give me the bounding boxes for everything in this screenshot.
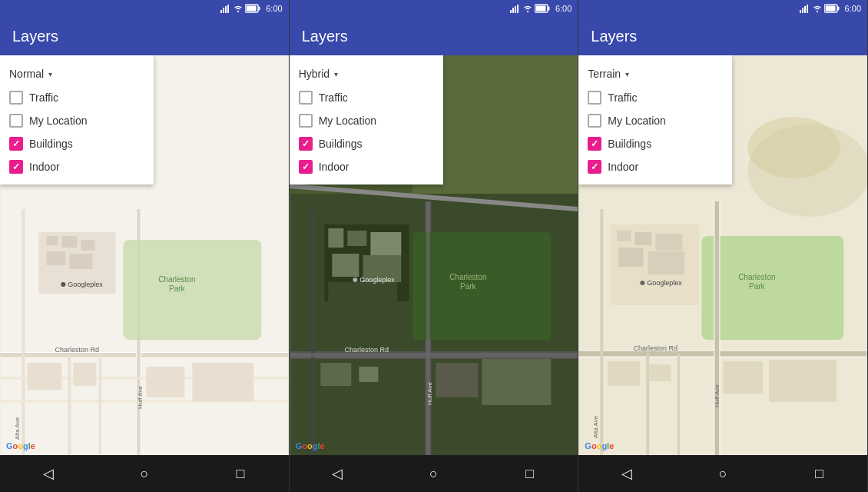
indoor-checkbox-1[interactable] xyxy=(9,160,23,174)
overlay-panel-1: Normal ▾ Traffic My Location Buildings I… xyxy=(0,55,154,184)
map-area-terrain[interactable]: Charleston Rd Huff Ave Alta Ave Googlepl… xyxy=(578,55,867,455)
app-title-2: Layers xyxy=(302,28,348,45)
wifi-icon xyxy=(234,4,243,13)
indoor-label-1: Indoor xyxy=(29,161,60,173)
indoor-checkbox-2[interactable] xyxy=(299,160,313,174)
svg-rect-98 xyxy=(650,364,671,381)
mylocation-checkbox-2[interactable] xyxy=(299,114,313,128)
buildings-checkbox-3[interactable] xyxy=(588,137,601,151)
back-button-1[interactable]: ◁ xyxy=(37,462,60,485)
status-time-1: 6:00 xyxy=(266,4,282,13)
svg-rect-53 xyxy=(328,228,343,248)
home-button-3[interactable]: ○ xyxy=(711,462,734,485)
svg-text:Charleston: Charleston xyxy=(739,273,776,281)
svg-rect-18 xyxy=(46,251,65,265)
traffic-checkbox-3[interactable] xyxy=(588,91,601,105)
map-area-hybrid[interactable]: Charleston Rd Huff Ave Googleplex Charle… xyxy=(290,55,578,455)
svg-rect-26 xyxy=(146,367,184,397)
svg-point-31 xyxy=(61,282,65,287)
svg-rect-73 xyxy=(800,10,801,13)
mylocation-layer-1[interactable]: My Location xyxy=(0,109,154,132)
map-type-selector-3[interactable]: Terrain ▾ xyxy=(578,62,732,86)
svg-rect-39 xyxy=(515,6,516,13)
svg-text:Googleplex: Googleplex xyxy=(68,281,103,288)
svg-rect-97 xyxy=(608,361,641,386)
panel-normal: 6:00 Layers xyxy=(0,0,290,492)
dropdown-arrow-1[interactable]: ▾ xyxy=(48,70,52,78)
overlay-panel-2: Hybrid ▾ Traffic My Location Buildings I… xyxy=(290,55,443,184)
recent-button-2[interactable]: □ xyxy=(518,462,542,485)
svg-rect-25 xyxy=(73,363,96,386)
svg-rect-2 xyxy=(225,6,227,13)
traffic-layer-1[interactable]: Traffic xyxy=(0,86,154,109)
battery-icon xyxy=(245,4,260,13)
battery-icon-2 xyxy=(535,4,550,13)
traffic-checkbox-1[interactable] xyxy=(9,91,23,105)
status-icons-1: 6:00 xyxy=(220,4,282,13)
svg-rect-1 xyxy=(223,8,224,13)
status-time-3: 6:00 xyxy=(845,4,861,13)
recent-button-1[interactable]: □ xyxy=(229,462,252,485)
traffic-checkbox-2[interactable] xyxy=(299,91,313,105)
svg-rect-54 xyxy=(347,231,366,246)
recent-button-3[interactable]: □ xyxy=(807,462,830,485)
map-type-selector-2[interactable]: Hybrid ▾ xyxy=(290,62,443,86)
mylocation-checkbox-3[interactable] xyxy=(588,114,601,128)
status-icons-2: 6:00 xyxy=(510,4,571,13)
traffic-label-3: Traffic xyxy=(608,91,637,104)
home-button-1[interactable]: ○ xyxy=(133,462,156,485)
buildings-label-2: Buildings xyxy=(319,138,363,150)
indoor-layer-1[interactable]: Indoor xyxy=(0,155,154,178)
back-button-3[interactable]: ◁ xyxy=(615,462,638,485)
svg-text:Googleplex: Googleplex xyxy=(648,279,683,287)
dropdown-arrow-3[interactable]: ▾ xyxy=(625,70,629,78)
svg-text:Alta Ave: Alta Ave xyxy=(14,417,21,440)
indoor-layer-3[interactable]: Indoor xyxy=(578,155,732,178)
svg-text:Huff Ave: Huff Ave xyxy=(426,382,433,406)
svg-rect-0 xyxy=(220,10,222,13)
svg-rect-43 xyxy=(535,6,545,12)
svg-rect-61 xyxy=(436,363,478,397)
signal-strength-icon xyxy=(220,4,231,13)
svg-rect-42 xyxy=(548,7,549,11)
battery-icon-3 xyxy=(824,4,840,13)
svg-rect-3 xyxy=(227,5,229,13)
svg-rect-86 xyxy=(635,232,652,245)
svg-rect-15 xyxy=(46,236,58,245)
svg-rect-87 xyxy=(656,234,683,251)
app-title-3: Layers xyxy=(591,28,637,45)
mylocation-checkbox-1[interactable] xyxy=(9,114,23,128)
mylocation-layer-3[interactable]: My Location xyxy=(578,109,732,132)
mylocation-layer-2[interactable]: My Location xyxy=(290,109,443,132)
buildings-checkbox-2[interactable] xyxy=(299,137,313,151)
nav-bar-3: ◁ ○ □ xyxy=(578,455,867,492)
app-bar-3: Layers xyxy=(578,17,867,55)
traffic-layer-2[interactable]: Traffic xyxy=(290,86,443,109)
indoor-checkbox-3[interactable] xyxy=(588,160,601,174)
svg-rect-100 xyxy=(770,360,837,402)
map-area-normal[interactable]: Charleston Rd Huff Ave Alta Ave Googlepl… xyxy=(0,55,289,455)
svg-rect-24 xyxy=(27,363,61,390)
svg-rect-40 xyxy=(517,5,518,13)
svg-text:Park: Park xyxy=(169,284,186,293)
svg-rect-38 xyxy=(512,8,514,13)
svg-rect-79 xyxy=(825,6,835,12)
google-logo-2: Google xyxy=(296,441,325,450)
buildings-layer-1[interactable]: Buildings xyxy=(0,132,154,155)
svg-point-82 xyxy=(748,117,840,178)
app-title-1: Layers xyxy=(12,28,58,45)
svg-rect-56 xyxy=(332,254,359,277)
indoor-layer-2[interactable]: Indoor xyxy=(290,155,443,178)
svg-rect-16 xyxy=(61,236,77,248)
dropdown-arrow-2[interactable]: ▾ xyxy=(334,70,338,78)
map-type-selector-1[interactable]: Normal ▾ xyxy=(0,62,154,86)
buildings-checkbox-1[interactable] xyxy=(9,137,23,151)
svg-rect-88 xyxy=(619,248,644,267)
buildings-layer-3[interactable]: Buildings xyxy=(578,132,732,155)
traffic-layer-3[interactable]: Traffic xyxy=(578,86,732,109)
back-button-2[interactable]: ◁ xyxy=(326,462,349,485)
svg-text:Charleston Rd: Charleston Rd xyxy=(344,346,389,354)
buildings-layer-2[interactable]: Buildings xyxy=(290,132,443,155)
svg-text:Alta Ave: Alta Ave xyxy=(593,415,600,438)
home-button-2[interactable]: ○ xyxy=(422,462,446,485)
